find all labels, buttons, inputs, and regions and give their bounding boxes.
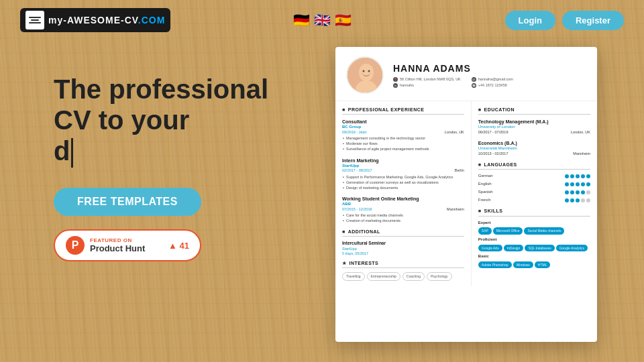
cv-lang-english: English (478, 182, 590, 187)
logo-icon (25, 11, 44, 29)
cv-edu-2: Economics (B.A.) Universität Mannheim 10… (478, 140, 590, 156)
logo-com: .COM (138, 15, 166, 25)
cv-left-column: ■ PROFESSIONAL EXPERIENCE Consultant BC … (335, 101, 472, 286)
cv-contact-right: @ hannaha@gmail.com ☎ +44 1872 123456 (472, 77, 513, 88)
email-icon: @ (472, 77, 476, 82)
languages-icon: ■ (478, 162, 482, 168)
skills-icon: ■ (478, 208, 482, 214)
job-bullet-3-2: Creation of marketing documents (342, 219, 464, 223)
experience-section-title: ■ PROFESSIONAL EXPERIENCE (342, 107, 464, 115)
proficient-skill-tags: Google Ads InDesign SQL databases Google… (478, 245, 590, 252)
product-hunt-icon: P (66, 236, 85, 255)
skills-section-title: ■ SKILLS (478, 208, 590, 216)
skill-google-ads: Google Ads (478, 245, 502, 252)
product-hunt-badge[interactable]: P FEATURED ON Product Hunt ▲ 41 (54, 229, 201, 261)
education-icon: ■ (478, 107, 482, 113)
svg-point-6 (369, 73, 372, 74)
expert-skill-tags: SAP Microsoft Office Social Media channe… (478, 227, 590, 235)
job-company-3: ABB (342, 202, 464, 207)
logo: my-AWESOME-CV.COM (20, 8, 170, 32)
job-title-3: Working Student Online Marketing (342, 196, 464, 202)
headline: The professional CV to your d (54, 74, 309, 168)
cv-edu-1: Technology Management (M.A.) University … (478, 119, 590, 135)
typing-cursor (71, 138, 73, 168)
phone-icon: ☎ (472, 83, 476, 88)
languages-section-title: ■ LANGUAGES (478, 162, 590, 170)
address-icon: 📍 (393, 77, 398, 82)
cv-interest-tags: Travelling Entrepreneurship Coaching Psy… (342, 272, 464, 281)
skill-expert-label: Expert (478, 221, 590, 226)
cv-avatar-face (347, 58, 382, 93)
job-company-1: BC Group (342, 125, 464, 130)
cv-job-3: Working Student Online Marketing ABB 07/… (342, 196, 464, 223)
free-templates-button[interactable]: FREE TEMPLATES (54, 188, 201, 216)
cv-right-column: ■ EDUCATION Technology Management (M.A.)… (472, 101, 597, 286)
basic-skill-tags: Adobe Photoshop Windows HTML (478, 261, 590, 269)
header-buttons: Login Register (505, 11, 624, 30)
spanish-dots (565, 190, 590, 194)
job-date-1: 09/2019 - Jetzt London, UK (342, 130, 464, 135)
experience-icon: ■ (342, 107, 345, 113)
job-title-1: Consultant (342, 119, 464, 125)
skill-sap: SAP (478, 227, 492, 235)
job-title-2: Intern Marketing (342, 158, 464, 164)
language-selector: 🇩🇪 🇬🇧 🇪🇸 (293, 12, 352, 28)
french-dots (565, 198, 590, 202)
login-button[interactable]: Login (505, 11, 555, 30)
interest-psychology: Psychology (427, 272, 452, 281)
job-bullet-2-2: Generation of customer surveys as well a… (342, 180, 464, 185)
skill-proficient-label: Proficient (478, 237, 590, 243)
skill-adobe-photoshop: Adobe Photoshop (478, 261, 512, 269)
interest-travelling: Travelling (342, 272, 365, 281)
ph-count: ▲ 41 (168, 241, 189, 251)
flag-german[interactable]: 🇩🇪 (293, 12, 310, 28)
cv-lang-french: French (478, 198, 590, 203)
interest-entrepreneurship: Entrepreneurship (367, 272, 400, 281)
cv-name-block: HANNA ADAMS 📍 56 Clifton Hill, London NW… (393, 62, 513, 88)
job-date-2: 02/2017 - 08/2017 Berlin (342, 168, 464, 173)
german-dots (565, 174, 590, 178)
cv-phone: ☎ +44 1872 123456 (472, 83, 513, 88)
interests-icon: ★ (342, 260, 347, 266)
cv-header: HANNA ADAMS 📍 56 Clifton Hill, London NW… (335, 47, 597, 101)
skill-basic-label: Basic (478, 254, 590, 259)
flag-spanish[interactable]: 🇪🇸 (335, 12, 352, 28)
job-bullet-1-3: Surveillance of agile project management… (342, 147, 464, 152)
cv-address: 📍 56 Clifton Hill, London NW8 0QS, UK (393, 77, 461, 82)
cv-preview: HANNA ADAMS 📍 56 Clifton Hill, London NW… (335, 47, 597, 342)
svg-point-4 (368, 70, 370, 72)
skill-social-media: Social Media channels (524, 227, 564, 235)
english-dots (565, 182, 590, 186)
job-bullet-3-1: Care for the social media channels (342, 213, 464, 218)
skill-microsoft-office: Microsoft Office (493, 227, 523, 235)
job-bullet-2-3: Design of marketing documents (342, 186, 464, 190)
cv-body: ■ PROFESSIONAL EXPERIENCE Consultant BC … (335, 101, 597, 286)
cv-job-2: Intern Marketing StartUpp 02/2017 - 08/2… (342, 158, 464, 190)
additional-icon: ■ (342, 229, 345, 235)
cv-lang-german: German (478, 174, 590, 179)
cv-linkedin: in hannahs (393, 83, 461, 88)
cv-contact: 📍 56 Clifton Hill, London NW8 0QS, UK in… (393, 77, 513, 88)
cv-contact-left: 📍 56 Clifton Hill, London NW8 0QS, UK in… (393, 77, 461, 88)
page-wrapper: my-AWESOME-CV.COM 🇩🇪 🇬🇧 🇪🇸 Login Registe… (0, 0, 644, 362)
svg-point-3 (363, 70, 365, 72)
additional-section-title: ■ ADDITIONAL (342, 229, 464, 237)
skill-windows: Windows (513, 261, 533, 269)
job-bullet-2-1: Support in Performance Marketing: Google… (342, 175, 464, 180)
cv-avatar (346, 56, 384, 94)
education-section-title: ■ EDUCATION (478, 107, 590, 115)
register-button[interactable]: Register (562, 11, 624, 30)
skill-sql: SQL databases (525, 245, 554, 252)
job-bullet-1-1: Management consulting in the technology … (342, 136, 464, 141)
skill-google-analytics: Google Analytics (556, 245, 588, 252)
cv-email: @ hannaha@gmail.com (472, 77, 513, 82)
cv-job-1: Consultant BC Group 09/2019 - Jetzt Lond… (342, 119, 464, 152)
interest-coaching: Coaching (402, 272, 425, 281)
interests-section-title: ★ INTERESTS (342, 260, 464, 268)
cv-additional-1: Intercultural Seminar StartUpp 5 days, 0… (342, 241, 464, 256)
left-side: The professional CV to your d FREE TEMPL… (54, 54, 309, 261)
flag-english[interactable]: 🇬🇧 (314, 12, 331, 28)
job-bullet-1-2: Moderate our flows (342, 141, 464, 146)
job-company-2: StartUpp (342, 164, 464, 169)
svg-point-5 (361, 73, 364, 74)
